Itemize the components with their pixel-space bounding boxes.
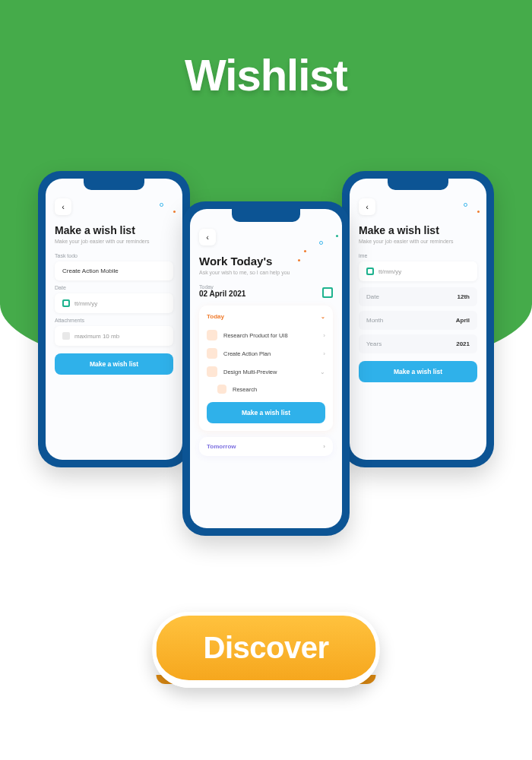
screen-subtitle: Make your job easier with our reminders (55, 239, 173, 244)
make-wish-list-button[interactable]: Make a wish list (359, 361, 477, 382)
task-item[interactable]: Research Product for UI8 › (207, 326, 325, 344)
today-date: 02 April 2021 (199, 290, 245, 298)
hero-title: Wishlist (0, 49, 532, 100)
phone-mockups: ‹ Make a wish list Make your job easier … (38, 171, 494, 536)
task-label: Task todo (55, 253, 173, 258)
chevron-right-icon: › (323, 332, 325, 339)
task-input[interactable]: Create Action Mobile (55, 261, 173, 280)
screen-title: Work Today's (199, 255, 333, 268)
task-checkbox[interactable] (207, 348, 217, 359)
make-wish-list-button[interactable]: Make a wish list (207, 402, 325, 423)
attachments-label: Attachments (55, 318, 173, 323)
row-value: 12th (458, 293, 470, 300)
screen-subtitle: Ask your wish to me, so I can help you (199, 270, 333, 275)
chevron-right-icon: › (323, 443, 325, 450)
today-row: Today 02 April 2021 (199, 284, 333, 298)
date-row[interactable]: Date 12th (359, 287, 477, 306)
years-row[interactable]: Years 2021 (359, 334, 477, 353)
task-subitem[interactable]: Research (207, 381, 325, 397)
back-button[interactable]: ‹ (199, 229, 216, 245)
time-label: ime (359, 253, 477, 258)
phone-right: ‹ Make a wish list Make your job easier … (342, 171, 494, 467)
calendar-icon (62, 299, 70, 307)
screen-subtitle: Make your job easier with our reminders (359, 239, 477, 244)
today-label: Today (199, 284, 245, 290)
today-task-card: Today ⌄ Research Product for UI8 › Creat… (199, 306, 333, 431)
task-group-header: Tomorrow › (207, 443, 325, 450)
time-placeholder: tt/mm/yy (378, 268, 401, 275)
chevron-down-icon: ⌄ (320, 369, 325, 375)
task-checkbox[interactable] (207, 366, 217, 377)
attachments-placeholder: maximum 10 mb (74, 333, 119, 340)
phone-left: ‹ Make a wish list Make your job easier … (38, 171, 190, 467)
chevron-right-icon: › (323, 350, 325, 357)
date-label: Date (55, 285, 173, 290)
task-checkbox[interactable] (207, 330, 217, 340)
task-group-title: Today (207, 313, 224, 320)
row-value: April (456, 317, 470, 324)
phone-left-screen: ‹ Make a wish list Make your job easier … (46, 179, 182, 460)
discover-wrap: Discover (153, 612, 380, 688)
chevron-down-icon: ⌄ (321, 314, 325, 320)
task-item-label: Research (233, 386, 257, 393)
task-item-label: Design Multi-Preview (223, 369, 277, 375)
time-input[interactable]: tt/mm/yy (359, 261, 477, 281)
screen-title: Make a wish list (359, 224, 477, 236)
task-group-header[interactable]: Today ⌄ (207, 313, 325, 320)
task-item-label: Create Action Plan (223, 350, 271, 357)
back-button[interactable]: ‹ (55, 198, 71, 215)
task-item[interactable]: Design Multi-Preview ⌄ (207, 363, 325, 381)
phone-notch (388, 178, 448, 190)
task-checkbox[interactable] (217, 385, 226, 394)
phone-notch (232, 208, 300, 222)
task-group-title: Tomorrow (207, 443, 236, 450)
back-button[interactable]: ‹ (359, 198, 375, 215)
row-key: Years (366, 340, 382, 347)
task-input-value: Create Action Mobile (62, 268, 119, 274)
attachment-icon (62, 332, 70, 340)
attachments-input[interactable]: maximum 10 mb (55, 326, 173, 346)
phone-notch (84, 178, 144, 190)
row-key: Month (366, 317, 383, 324)
task-item-label: Research Product for UI8 (223, 332, 288, 339)
discover-button[interactable]: Discover (153, 612, 380, 688)
date-input[interactable]: tt/mm/yy (55, 293, 173, 313)
calendar-icon[interactable] (322, 287, 333, 298)
row-key: Date (366, 293, 379, 300)
phone-center-screen: ‹ Work Today's Ask your wish to me, so I… (190, 209, 342, 528)
row-value: 2021 (456, 340, 470, 347)
tomorrow-task-card[interactable]: Tomorrow › (199, 437, 333, 456)
task-item[interactable]: Create Action Plan › (207, 344, 325, 363)
calendar-icon (366, 268, 374, 275)
date-placeholder: tt/mm/yy (74, 300, 97, 307)
make-wish-list-button[interactable]: Make a wish list (55, 353, 173, 375)
phone-right-screen: ‹ Make a wish list Make your job easier … (350, 179, 486, 460)
phone-center: ‹ Work Today's Ask your wish to me, so I… (182, 201, 350, 536)
screen-title: Make a wish list (55, 224, 173, 236)
month-row[interactable]: Month April (359, 311, 477, 330)
